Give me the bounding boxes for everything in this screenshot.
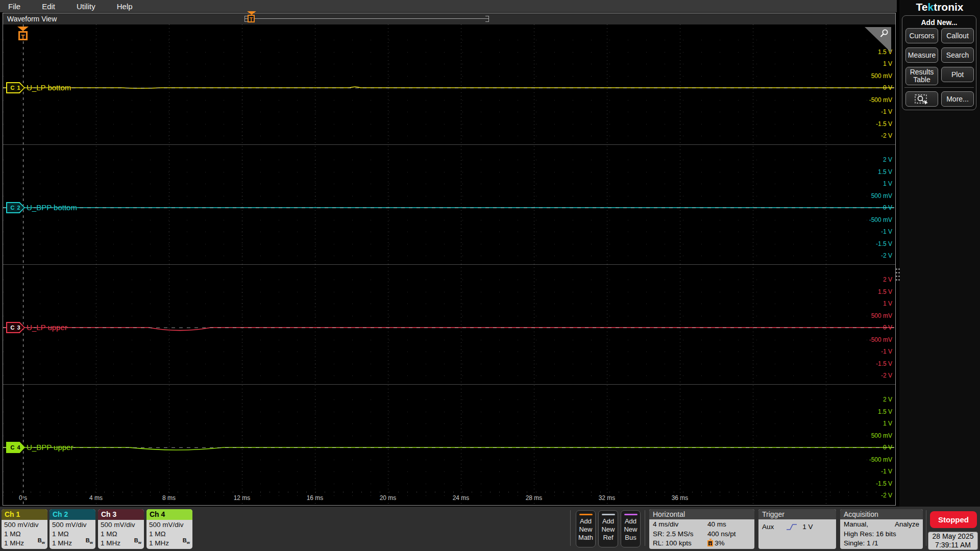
add-new-measure-button[interactable]: Measure [905, 47, 938, 63]
zoom-select-icon [914, 93, 929, 105]
sidebar-divider [904, 87, 974, 88]
channel-settings-badge-3[interactable]: Ch 3500 mV/div1 MΩ1 MHzBw [98, 509, 144, 549]
add-new-plot-button[interactable]: Plot [941, 67, 974, 82]
menu-file[interactable]: File [8, 2, 20, 11]
axis-label: -1.5 V [876, 360, 892, 367]
channel-settings-name: Ch 3 [98, 509, 144, 520]
channel-label-4[interactable]: U_BPP upper [27, 443, 73, 452]
horizontal-row: 4 ms/div40 ms [653, 520, 751, 530]
axis-label: -2 V [881, 132, 892, 139]
menu-bar: FileEditUtilityHelp [0, 0, 897, 12]
horizontal-panel[interactable]: Horizontal 4 ms/div40 msSR: 2.5 MS/s400 … [649, 509, 754, 549]
axis-label: 0 V [883, 444, 892, 451]
axis-label: -1.5 V [876, 480, 892, 487]
run-stop-status-button[interactable]: Stopped [930, 511, 977, 528]
zoom-corner-button[interactable] [865, 27, 891, 53]
waveform-view-title: Waveform View [7, 15, 57, 23]
horizontal-row-value: 400 ns/pt [707, 530, 736, 539]
zero-volt-reference-line [3, 447, 894, 448]
add-new-cursors-button[interactable]: Cursors [905, 28, 938, 43]
horizontal-row-right: 40 ms [707, 520, 751, 530]
add-new-title: Add New... [902, 18, 976, 27]
add-new-math-button[interactable]: AddNewMath [576, 510, 596, 547]
channel-badge-1[interactable]: C 1 [6, 82, 25, 93]
channel-label-3[interactable]: U_LP upper [27, 323, 67, 332]
time-axis-label: 0 s [19, 494, 27, 502]
menu-help[interactable]: Help [117, 2, 133, 11]
add-button-label: Ref [599, 534, 618, 542]
channel-settings-name: Ch 4 [146, 509, 192, 520]
bandwidth-limit-icon: Bw [134, 536, 141, 547]
channel-badge-2[interactable]: C 2 [6, 202, 25, 213]
channel-badge-text: C 1 [6, 82, 25, 93]
horizontal-panel-title: Horizontal [649, 509, 754, 519]
menu-utility[interactable]: Utility [77, 2, 95, 11]
channel-settings-name: Ch 1 [2, 509, 47, 520]
bottom-status-bar: Ch 1500 mV/div1 MΩ1 MHzBwCh 2500 mV/div1… [0, 507, 980, 551]
channel-settings-badge-1[interactable]: Ch 1500 mV/div1 MΩ1 MHzBw [2, 509, 47, 549]
channel-settings-badge-2[interactable]: Ch 2500 mV/div1 MΩ1 MHzBw [50, 509, 95, 549]
channel-label-1[interactable]: U_LP bottom [27, 83, 71, 92]
time-axis-label: 24 ms [453, 494, 470, 502]
channel-badge-4[interactable]: C 4 [6, 442, 25, 453]
axis-label: 1 V [883, 300, 892, 307]
channel-settings-body: 500 mV/div1 MΩ1 MHzBw [50, 520, 95, 548]
waveform-trace [3, 264, 895, 384]
add-new-panel: Add New... CursorsCalloutMeasureSearchRe… [902, 15, 976, 110]
add-new-search-button[interactable]: Search [941, 47, 974, 63]
axis-label: -1 V [881, 348, 892, 355]
add-button-label: Math [576, 534, 595, 542]
channel-scale: 500 mV/div [4, 520, 45, 530]
add-new-callout-button[interactable]: Callout [941, 28, 974, 43]
axis-label: 1.5 V [878, 288, 892, 295]
axis-label: -2 V [881, 372, 892, 379]
minimap-trigger-icon[interactable]: T [248, 15, 255, 22]
channel-scale: 500 mV/div [101, 520, 141, 530]
zoom-select-button[interactable] [905, 91, 938, 107]
zero-volt-reference-line [3, 328, 894, 328]
axis-label: 2 V [883, 156, 892, 163]
acquisition-panel[interactable]: Acquisition Manual, Analyze High Res: 16… [840, 509, 923, 549]
axis-label: 1 V [883, 420, 892, 427]
channel-label-2[interactable]: U_BPP bottom [27, 203, 77, 212]
channel-settings-badge-4[interactable]: Ch 4500 mV/div1 MΩ1 MHzBw [146, 509, 192, 549]
acquisition-analyze: Analyze [895, 520, 919, 530]
horizontal-row-left: RL: 100 kpts [653, 539, 707, 548]
trigger-panel-title: Trigger [758, 509, 836, 519]
axis-label: -500 mV [869, 456, 892, 463]
time-axis-label: 36 ms [672, 494, 689, 502]
add-new-ref-button[interactable]: AddNewRef [598, 510, 618, 547]
minimap-trigger-arrow-icon [247, 11, 256, 15]
channel-badge-3[interactable]: C 3 [6, 322, 25, 333]
panel-resize-handle[interactable] [896, 268, 902, 286]
horizontal-row-right: T3% [707, 539, 751, 548]
axis-label: 500 mV [871, 72, 892, 80]
channel-section-1: 1.5 V1 V500 mV0 V-500 mV-1 V-1.5 V-2 VC … [3, 24, 895, 144]
trigger-panel[interactable]: Trigger Aux 1 V [758, 509, 836, 549]
add-button-label: Add [621, 517, 640, 525]
add-new-results-table-button[interactable]: Results Table [905, 67, 938, 85]
waveform-trace [3, 384, 895, 504]
add-button-accent [624, 514, 638, 515]
trigger-source: Aux [762, 522, 774, 532]
acquisition-mode: Manual, [844, 520, 868, 530]
waveform-trace [3, 144, 895, 264]
more-button[interactable]: More... [941, 91, 974, 107]
trigger-flag[interactable]: T [17, 27, 29, 40]
channel-scale: 500 mV/div [149, 520, 190, 530]
right-sidebar: Tektronix Add New... CursorsCalloutMeasu… [899, 0, 980, 507]
axis-label: 1 V [883, 60, 892, 67]
horizontal-row-right: 400 ns/pt [707, 530, 751, 539]
channel-section-2: 2 V1.5 V1 V500 mV0 V-500 mV-1 V-1.5 V-2 … [3, 144, 895, 264]
add-new-bus-button[interactable]: AddNewBus [621, 510, 641, 547]
record-view-minimap[interactable]: T [243, 13, 491, 24]
menu-edit[interactable]: Edit [42, 2, 55, 11]
add-button-label: New [576, 525, 595, 534]
axis-label: -1 V [881, 228, 892, 235]
axis-label: -500 mV [869, 336, 892, 343]
axis-label: 2 V [883, 276, 892, 283]
axis-label: 1.5 V [878, 408, 892, 415]
channel-settings-name: Ch 2 [50, 509, 95, 520]
axis-label: 0 V [883, 204, 892, 211]
add-button-accent [602, 514, 615, 515]
